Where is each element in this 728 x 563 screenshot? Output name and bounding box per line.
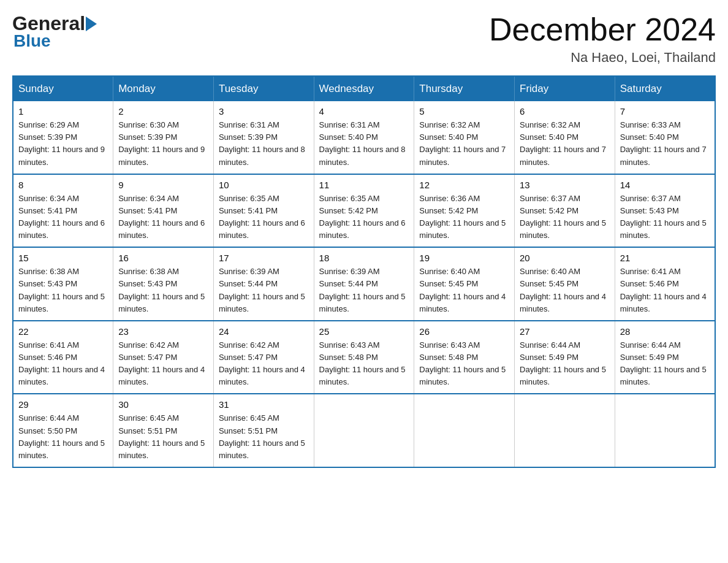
calendar-day-cell: 31 Sunrise: 6:45 AM Sunset: 5:51 PM Dayl… (213, 394, 314, 467)
day-info: Sunrise: 6:37 AM Sunset: 5:43 PM Dayligh… (620, 193, 710, 242)
day-info: Sunrise: 6:30 AM Sunset: 5:39 PM Dayligh… (118, 119, 208, 169)
day-number: 1 (18, 106, 108, 117)
calendar-day-cell (515, 394, 615, 467)
day-number: 4 (319, 106, 409, 117)
calendar-day-cell: 11 Sunrise: 6:35 AM Sunset: 5:42 PM Dayl… (314, 174, 414, 248)
day-info: Sunrise: 6:31 AM Sunset: 5:39 PM Dayligh… (219, 119, 309, 169)
day-info: Sunrise: 6:42 AM Sunset: 5:47 PM Dayligh… (118, 339, 208, 389)
calendar-day-cell: 4 Sunrise: 6:31 AM Sunset: 5:40 PM Dayli… (314, 101, 414, 174)
calendar-day-cell: 9 Sunrise: 6:34 AM Sunset: 5:41 PM Dayli… (113, 174, 214, 248)
day-info: Sunrise: 6:34 AM Sunset: 5:41 PM Dayligh… (18, 193, 108, 242)
day-info: Sunrise: 6:32 AM Sunset: 5:40 PM Dayligh… (520, 119, 610, 169)
day-number: 2 (118, 106, 208, 117)
calendar-day-cell: 13 Sunrise: 6:37 AM Sunset: 5:42 PM Dayl… (515, 174, 615, 248)
day-info: Sunrise: 6:45 AM Sunset: 5:51 PM Dayligh… (219, 412, 309, 462)
day-info: Sunrise: 6:44 AM Sunset: 5:49 PM Dayligh… (520, 339, 610, 389)
calendar-day-cell: 20 Sunrise: 6:40 AM Sunset: 5:45 PM Dayl… (515, 247, 615, 321)
day-number: 24 (219, 326, 309, 337)
day-number: 14 (620, 180, 710, 190)
day-number: 20 (520, 253, 610, 263)
logo-blue-text: Blue (13, 31, 99, 51)
day-number: 19 (419, 253, 509, 263)
day-info: Sunrise: 6:37 AM Sunset: 5:42 PM Dayligh… (520, 193, 610, 242)
day-info: Sunrise: 6:39 AM Sunset: 5:44 PM Dayligh… (319, 266, 409, 315)
day-info: Sunrise: 6:43 AM Sunset: 5:48 PM Dayligh… (419, 339, 509, 389)
calendar-week-row: 15 Sunrise: 6:38 AM Sunset: 5:43 PM Dayl… (13, 247, 715, 321)
day-info: Sunrise: 6:41 AM Sunset: 5:46 PM Dayligh… (18, 339, 108, 389)
day-of-week-header: Friday (515, 76, 615, 101)
calendar-day-cell: 7 Sunrise: 6:33 AM Sunset: 5:40 PM Dayli… (615, 101, 715, 174)
day-number: 31 (219, 399, 309, 410)
calendar-day-cell (414, 394, 515, 467)
day-of-week-header: Sunday (13, 76, 113, 101)
calendar-day-cell: 29 Sunrise: 6:44 AM Sunset: 5:50 PM Dayl… (13, 394, 113, 467)
day-info: Sunrise: 6:42 AM Sunset: 5:47 PM Dayligh… (219, 339, 309, 389)
title-area: December 2024 Na Haeo, Loei, Thailand (489, 12, 716, 66)
calendar-day-cell (615, 394, 715, 467)
calendar-day-cell: 2 Sunrise: 6:30 AM Sunset: 5:39 PM Dayli… (113, 101, 214, 174)
day-number: 10 (219, 180, 309, 190)
calendar-day-cell: 15 Sunrise: 6:38 AM Sunset: 5:43 PM Dayl… (13, 247, 113, 321)
day-info: Sunrise: 6:31 AM Sunset: 5:40 PM Dayligh… (319, 119, 409, 169)
calendar-day-cell: 10 Sunrise: 6:35 AM Sunset: 5:41 PM Dayl… (213, 174, 314, 248)
day-number: 18 (319, 253, 409, 263)
day-info: Sunrise: 6:29 AM Sunset: 5:39 PM Dayligh… (18, 119, 108, 169)
calendar-week-row: 29 Sunrise: 6:44 AM Sunset: 5:50 PM Dayl… (13, 394, 715, 467)
calendar-day-cell: 3 Sunrise: 6:31 AM Sunset: 5:39 PM Dayli… (213, 101, 314, 174)
calendar-table: SundayMondayTuesdayWednesdayThursdayFrid… (12, 75, 716, 468)
day-info: Sunrise: 6:45 AM Sunset: 5:51 PM Dayligh… (118, 412, 208, 462)
calendar-day-cell: 1 Sunrise: 6:29 AM Sunset: 5:39 PM Dayli… (13, 101, 113, 174)
day-number: 5 (419, 106, 509, 117)
day-number: 12 (419, 180, 509, 190)
day-number: 9 (118, 180, 208, 190)
location-subtitle: Na Haeo, Loei, Thailand (489, 50, 716, 66)
day-number: 25 (319, 326, 409, 337)
calendar-day-cell: 5 Sunrise: 6:32 AM Sunset: 5:40 PM Dayli… (414, 101, 515, 174)
calendar-day-cell: 24 Sunrise: 6:42 AM Sunset: 5:47 PM Dayl… (213, 321, 314, 394)
day-number: 29 (18, 399, 108, 410)
calendar-day-cell: 30 Sunrise: 6:45 AM Sunset: 5:51 PM Dayl… (113, 394, 214, 467)
day-info: Sunrise: 6:33 AM Sunset: 5:40 PM Dayligh… (620, 119, 710, 169)
day-of-week-header: Thursday (414, 76, 515, 101)
day-number: 8 (18, 180, 108, 190)
day-info: Sunrise: 6:40 AM Sunset: 5:45 PM Dayligh… (520, 266, 610, 315)
day-info: Sunrise: 6:36 AM Sunset: 5:42 PM Dayligh… (419, 193, 509, 242)
calendar-day-cell: 16 Sunrise: 6:38 AM Sunset: 5:43 PM Dayl… (113, 247, 214, 321)
day-info: Sunrise: 6:44 AM Sunset: 5:49 PM Dayligh… (620, 339, 710, 389)
day-info: Sunrise: 6:43 AM Sunset: 5:48 PM Dayligh… (319, 339, 409, 389)
day-of-week-header: Monday (113, 76, 214, 101)
day-info: Sunrise: 6:40 AM Sunset: 5:45 PM Dayligh… (419, 266, 509, 315)
day-number: 30 (118, 399, 208, 410)
day-info: Sunrise: 6:39 AM Sunset: 5:44 PM Dayligh… (219, 266, 309, 315)
calendar-day-cell: 21 Sunrise: 6:41 AM Sunset: 5:46 PM Dayl… (615, 247, 715, 321)
day-number: 22 (18, 326, 108, 337)
calendar-header-row: SundayMondayTuesdayWednesdayThursdayFrid… (13, 76, 715, 101)
calendar-day-cell: 18 Sunrise: 6:39 AM Sunset: 5:44 PM Dayl… (314, 247, 414, 321)
calendar-week-row: 8 Sunrise: 6:34 AM Sunset: 5:41 PM Dayli… (13, 174, 715, 248)
calendar-week-row: 22 Sunrise: 6:41 AM Sunset: 5:46 PM Dayl… (13, 321, 715, 394)
day-info: Sunrise: 6:35 AM Sunset: 5:42 PM Dayligh… (319, 193, 409, 242)
calendar-day-cell: 27 Sunrise: 6:44 AM Sunset: 5:49 PM Dayl… (515, 321, 615, 394)
day-info: Sunrise: 6:44 AM Sunset: 5:50 PM Dayligh… (18, 412, 108, 462)
day-of-week-header: Tuesday (213, 76, 314, 101)
day-number: 27 (520, 326, 610, 337)
day-info: Sunrise: 6:41 AM Sunset: 5:46 PM Dayligh… (620, 266, 710, 315)
day-number: 6 (520, 106, 610, 117)
calendar-day-cell: 17 Sunrise: 6:39 AM Sunset: 5:44 PM Dayl… (213, 247, 314, 321)
calendar-day-cell: 14 Sunrise: 6:37 AM Sunset: 5:43 PM Dayl… (615, 174, 715, 248)
calendar-week-row: 1 Sunrise: 6:29 AM Sunset: 5:39 PM Dayli… (13, 101, 715, 174)
day-info: Sunrise: 6:38 AM Sunset: 5:43 PM Dayligh… (18, 266, 108, 315)
calendar-day-cell: 6 Sunrise: 6:32 AM Sunset: 5:40 PM Dayli… (515, 101, 615, 174)
logo-triangle-icon (86, 17, 97, 31)
day-of-week-header: Wednesday (314, 76, 414, 101)
month-year-title: December 2024 (489, 12, 716, 47)
day-info: Sunrise: 6:34 AM Sunset: 5:41 PM Dayligh… (118, 193, 208, 242)
day-number: 17 (219, 253, 309, 263)
calendar-day-cell: 8 Sunrise: 6:34 AM Sunset: 5:41 PM Dayli… (13, 174, 113, 248)
day-info: Sunrise: 6:38 AM Sunset: 5:43 PM Dayligh… (118, 266, 208, 315)
day-number: 13 (520, 180, 610, 190)
calendar-day-cell (314, 394, 414, 467)
calendar-day-cell: 26 Sunrise: 6:43 AM Sunset: 5:48 PM Dayl… (414, 321, 515, 394)
day-number: 3 (219, 106, 309, 117)
calendar-day-cell: 19 Sunrise: 6:40 AM Sunset: 5:45 PM Dayl… (414, 247, 515, 321)
